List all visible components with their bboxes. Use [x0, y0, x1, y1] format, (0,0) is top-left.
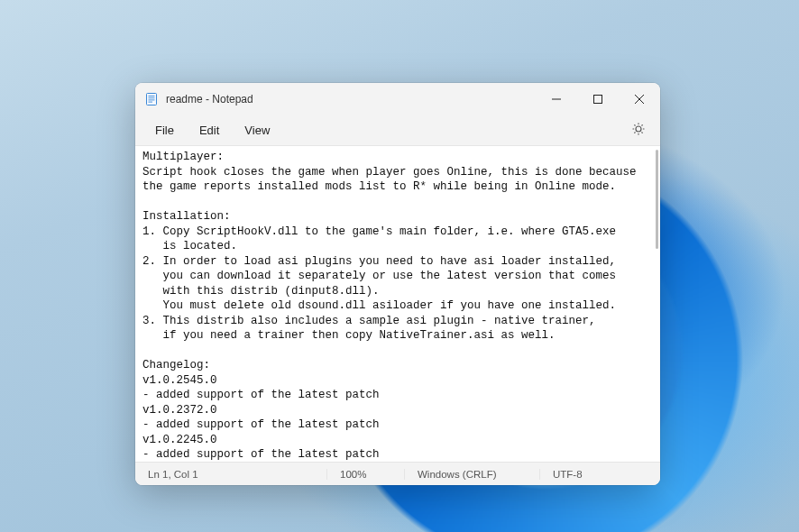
document-text[interactable]: Multiplayer: Script hook closes the game… — [135, 146, 660, 462]
editor-area[interactable]: Multiplayer: Script hook closes the game… — [135, 146, 660, 462]
menubar: File Edit View — [135, 115, 660, 146]
menu-view[interactable]: View — [232, 118, 282, 142]
statusbar: Ln 1, Col 1 100% Windows (CRLF) UTF-8 — [135, 462, 660, 485]
status-cursor-position: Ln 1, Col 1 — [135, 469, 326, 480]
menu-file[interactable]: File — [142, 118, 187, 142]
notepad-document-icon — [144, 92, 159, 106]
window-title: readme - Notepad — [166, 93, 253, 105]
notepad-window: readme - Notepad File Edit View Multipla… — [135, 83, 660, 485]
settings-button[interactable] — [624, 116, 653, 145]
minimize-button[interactable] — [536, 83, 577, 115]
svg-rect-6 — [594, 96, 602, 104]
gear-icon — [631, 122, 646, 136]
status-zoom[interactable]: 100% — [326, 469, 404, 480]
titlebar[interactable]: readme - Notepad — [135, 83, 660, 115]
menu-edit[interactable]: Edit — [187, 118, 232, 142]
vertical-scrollbar[interactable] — [656, 150, 658, 249]
maximize-button[interactable] — [577, 83, 619, 115]
status-encoding[interactable]: UTF-8 — [539, 469, 660, 480]
status-line-ending[interactable]: Windows (CRLF) — [404, 469, 539, 480]
svg-rect-0 — [147, 94, 157, 105]
close-button[interactable] — [619, 83, 660, 115]
